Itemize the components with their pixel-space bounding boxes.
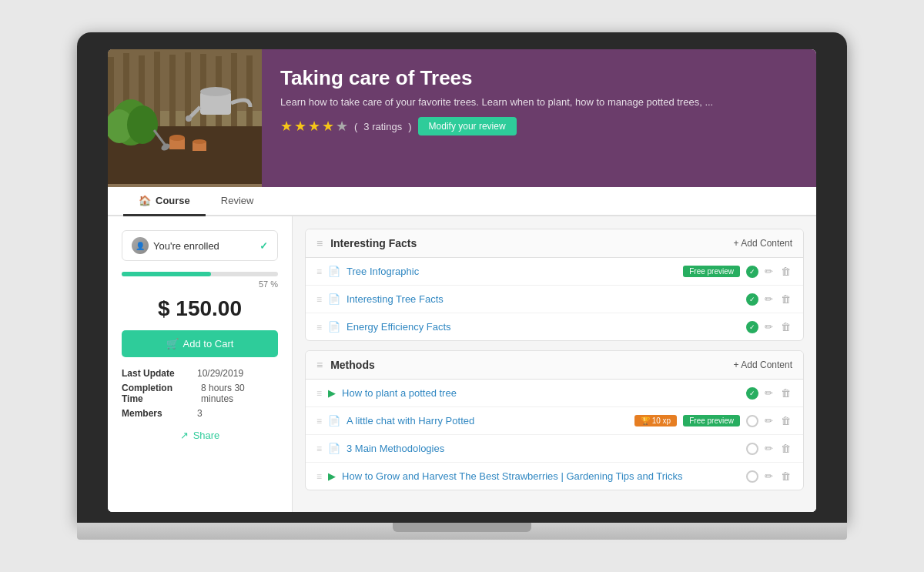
action-icons-1: ✓ ✏ 🗑: [746, 264, 792, 279]
share-link[interactable]: ↗ Share: [122, 430, 278, 441]
delete-icon-1[interactable]: 🗑: [779, 264, 792, 279]
star-2: ★: [294, 118, 306, 135]
meta-completion: Completion Time 8 hours 30 minutes: [122, 383, 278, 404]
course-meta: Last Update 10/29/2019 Completion Time 8…: [122, 368, 278, 419]
rating-count: (: [354, 121, 357, 132]
drag-handle-r2[interactable]: ≡: [316, 294, 322, 305]
content-title-interesting-tree-facts[interactable]: Interesting Tree Facts: [346, 293, 740, 305]
complete-icon-6[interactable]: [746, 443, 758, 455]
content-row-grow-strawberries: ≡ ▶ How to Grow and Harvest The Best Str…: [306, 463, 803, 490]
delete-icon-4[interactable]: 🗑: [779, 386, 792, 400]
tab-course[interactable]: 🏠 Course: [123, 187, 206, 216]
completion-value: 8 hours 30 minutes: [201, 383, 278, 404]
progress-bar-bg: [122, 272, 278, 276]
screen: Taking care of Trees Learn how to take c…: [108, 49, 816, 512]
content-area: ≡ Interesting Facts + Add Content ≡ 📄 Tr…: [293, 216, 816, 512]
star-4: ★: [322, 118, 334, 135]
delete-icon-3[interactable]: 🗑: [779, 319, 792, 334]
action-icons-4: ✓ ✏ 🗑: [746, 386, 792, 400]
content-row-how-to-plant: ≡ ▶ How to plant a potted tree ✓ ✏ 🗑: [306, 380, 803, 407]
svg-point-22: [192, 139, 206, 144]
doc-icon-1: 📄: [328, 266, 340, 277]
svg-point-20: [169, 135, 185, 141]
drag-handle-r4[interactable]: ≡: [316, 388, 322, 399]
last-update-label: Last Update: [122, 368, 191, 379]
edit-icon-3[interactable]: ✏: [763, 319, 775, 334]
content-title-how-to-plant[interactable]: How to plant a potted tree: [342, 387, 740, 399]
complete-icon-7[interactable]: [746, 470, 758, 483]
delete-icon-6[interactable]: 🗑: [779, 441, 792, 456]
progress-bar-fill: [122, 272, 211, 276]
drag-handle-r7[interactable]: ≡: [316, 471, 322, 482]
xp-badge: 🏆 10 xp: [634, 415, 677, 426]
xp-icon: 🏆: [641, 416, 650, 425]
tab-review[interactable]: Review: [206, 187, 270, 216]
last-update-value: 10/29/2019: [197, 368, 243, 379]
free-preview-badge-1: Free preview: [683, 266, 740, 277]
drag-handle-1[interactable]: ≡: [316, 237, 323, 249]
star-rating: ★ ★ ★ ★ ★: [280, 118, 348, 135]
rating-count-value: 3 ratings: [363, 121, 402, 132]
content-title-grow-strawberries[interactable]: How to Grow and Harvest The Best Strawbe…: [342, 470, 740, 482]
content-title-methodologies[interactable]: 3 Main Methodologies: [346, 443, 740, 454]
svg-point-17: [200, 87, 231, 96]
avatar: 👤: [132, 237, 149, 254]
drag-handle-r6[interactable]: ≡: [316, 443, 322, 454]
content-title-energy-efficiency-facts[interactable]: Energy Efficiency Facts: [346, 321, 740, 333]
add-content-btn-2[interactable]: + Add Content: [734, 360, 792, 370]
content-row-tree-infographic: ≡ 📄 Tree Infographic Free preview ✓ ✏ 🗑: [306, 258, 803, 286]
drag-handle-r1[interactable]: ≡: [316, 266, 322, 277]
section-interesting-facts: ≡ Interesting Facts + Add Content ≡ 📄 Tr…: [305, 229, 804, 341]
add-to-cart-button[interactable]: 🛒 Add to Cart: [122, 330, 278, 357]
check-icon: ✓: [259, 240, 268, 252]
meta-last-update: Last Update 10/29/2019: [122, 368, 278, 379]
drag-handle-r3[interactable]: ≡: [316, 322, 322, 333]
enrolled-left: 👤 You're enrolled: [132, 237, 219, 254]
edit-icon-4[interactable]: ✏: [763, 386, 775, 400]
share-icon: ↗: [180, 430, 189, 441]
content-row-interesting-tree-facts: ≡ 📄 Interesting Tree Facts ✓ ✏ 🗑: [306, 286, 803, 313]
content-title-tree-infographic[interactable]: Tree Infographic: [346, 266, 677, 277]
complete-icon-5[interactable]: [746, 415, 758, 427]
edit-icon-2[interactable]: ✏: [763, 292, 775, 306]
enrolled-text: You're enrolled: [153, 240, 219, 252]
drag-handle-r5[interactable]: ≡: [316, 416, 322, 426]
action-icons-5: ✏ 🗑: [746, 413, 792, 428]
section-header-2: ≡ Methods + Add Content: [306, 351, 803, 380]
content-title-little-chat[interactable]: A little chat with Harry Potted: [346, 415, 628, 426]
edit-icon-7[interactable]: ✏: [763, 469, 775, 483]
rating-count-close: ): [408, 121, 411, 132]
edit-icon-1[interactable]: ✏: [763, 264, 775, 279]
section-2-title: Methods: [330, 359, 375, 371]
add-content-btn-1[interactable]: + Add Content: [734, 238, 792, 249]
svg-rect-11: [246, 55, 253, 126]
modify-review-button[interactable]: Modify your review: [418, 117, 517, 135]
section-title-row-1: ≡ Interesting Facts: [316, 237, 417, 249]
course-description: Learn how to take care of your favorite …: [280, 96, 798, 108]
complete-icon-3[interactable]: ✓: [746, 321, 758, 333]
action-icons-6: ✏ 🗑: [746, 441, 792, 456]
add-to-cart-label: Add to Cart: [183, 338, 234, 350]
delete-icon-7[interactable]: 🗑: [779, 469, 792, 483]
drag-handle-s2[interactable]: ≡: [316, 359, 323, 371]
laptop-frame: Taking care of Trees Learn how to take c…: [77, 32, 847, 540]
price: $ 150.00: [122, 296, 278, 321]
action-icons-3: ✓ ✏ 🗑: [746, 319, 792, 334]
complete-icon-4[interactable]: ✓: [746, 387, 758, 400]
delete-icon-5[interactable]: 🗑: [779, 413, 792, 428]
complete-icon-1[interactable]: ✓: [746, 266, 758, 278]
members-value: 3: [197, 408, 203, 419]
complete-icon-2[interactable]: ✓: [746, 293, 758, 306]
screen-content: Taking care of Trees Learn how to take c…: [108, 49, 816, 512]
meta-members: Members 3: [122, 408, 278, 419]
svg-rect-10: [231, 53, 237, 126]
star-5: ★: [336, 118, 348, 135]
xp-value: 10 xp: [652, 416, 671, 425]
doc-icon-5: 📄: [328, 443, 340, 454]
doc-icon-4: 📄: [328, 415, 340, 426]
svg-rect-6: [169, 55, 176, 126]
edit-icon-5[interactable]: ✏: [763, 413, 775, 428]
delete-icon-2[interactable]: 🗑: [779, 292, 792, 306]
edit-icon-6[interactable]: ✏: [763, 441, 775, 456]
video-icon-2: ▶: [328, 470, 336, 482]
